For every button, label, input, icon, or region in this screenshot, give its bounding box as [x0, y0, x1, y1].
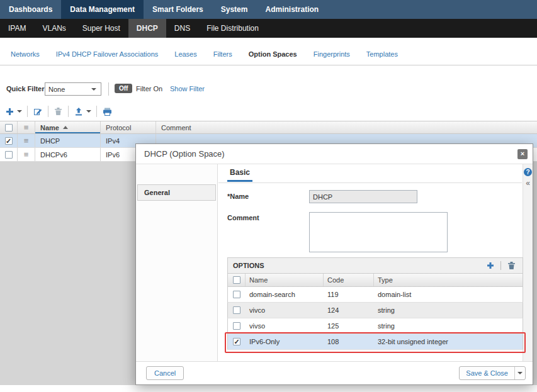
- option-name: domain-search: [246, 287, 324, 302]
- option-type: domain-list: [374, 287, 523, 302]
- nav-item-data-management[interactable]: Data Management: [61, 0, 144, 19]
- row-checkbox[interactable]: [5, 137, 13, 145]
- option-row[interactable]: IPv6-Only 108 32-bit unsigned integer: [227, 334, 523, 350]
- add-option-button[interactable]: [487, 262, 494, 269]
- dialog-content: Basic *Name Comment OPTIONS: [218, 164, 522, 361]
- options-header-code[interactable]: Code: [324, 274, 374, 286]
- add-button[interactable]: [6, 108, 14, 116]
- option-row[interactable]: vivco 124 string: [227, 303, 523, 318]
- options-panel: OPTIONS Name Code Type: [227, 257, 523, 350]
- name-field-label: *Name: [227, 193, 249, 200]
- select-all-checkbox[interactable]: [233, 276, 240, 284]
- nav-item-system[interactable]: System: [212, 0, 257, 19]
- option-row[interactable]: domain-search 119 domain-list: [227, 287, 523, 303]
- nav-item-dashboards[interactable]: Dashboards: [0, 0, 61, 19]
- option-row[interactable]: vivso 125 string: [227, 318, 523, 334]
- export-button[interactable]: [74, 107, 83, 116]
- option-code: 125: [324, 318, 374, 333]
- option-space-dialog: DHCP (Option Space) × General ? « Basic …: [135, 143, 533, 385]
- row-menu[interactable]: ≡: [18, 134, 35, 147]
- comment-field[interactable]: [309, 212, 448, 252]
- options-select-all[interactable]: [228, 274, 246, 286]
- header-select-all[interactable]: [0, 121, 18, 133]
- nav-item-file-distribution[interactable]: File Distribution: [198, 19, 267, 38]
- option-checkbox[interactable]: [233, 338, 240, 345]
- dialog-title: DHCP (Option Space): [136, 144, 533, 164]
- chevron-down-icon: [517, 372, 523, 374]
- dialog-body: General ? « Basic *Name Comment OPTIONS: [136, 164, 533, 361]
- quick-filter-value: None: [48, 86, 65, 93]
- option-type: 32-bit unsigned integer: [374, 334, 523, 349]
- filter-on-label: Filter On: [136, 85, 162, 92]
- header-name[interactable]: Name: [35, 121, 101, 133]
- nav-item-administration[interactable]: Administration: [256, 0, 327, 19]
- collapse-icon[interactable]: «: [523, 179, 533, 188]
- tab-option-spaces[interactable]: Option Spaces: [240, 47, 305, 65]
- options-header-type[interactable]: Type: [374, 274, 523, 286]
- plus-icon: [487, 262, 494, 269]
- option-code: 108: [324, 334, 374, 349]
- option-checkbox-cell[interactable]: [228, 334, 246, 349]
- hamburger-icon: ≡: [24, 137, 29, 145]
- tab-templates[interactable]: Templates: [358, 47, 406, 65]
- options-header-name[interactable]: Name: [246, 274, 324, 286]
- tab-filters[interactable]: Filters: [205, 47, 240, 65]
- help-strip: ? «: [523, 164, 533, 361]
- option-type: string: [374, 303, 523, 318]
- option-checkbox-cell[interactable]: [228, 303, 246, 318]
- sidebar-item-general[interactable]: General: [137, 184, 216, 201]
- separator: [48, 106, 48, 117]
- nav-item-super-host[interactable]: Super Host: [74, 19, 128, 38]
- options-panel-title: OPTIONS: [233, 262, 485, 269]
- nav-item-ipam[interactable]: IPAM: [0, 19, 34, 38]
- option-code: 119: [324, 287, 374, 302]
- tab-networks[interactable]: Networks: [3, 47, 48, 65]
- option-checkbox[interactable]: [233, 291, 240, 298]
- tab-bar: Networks IPv4 DHCP Failover Associations…: [0, 38, 537, 65]
- option-checkbox[interactable]: [233, 322, 240, 330]
- nav-item-smart-folders[interactable]: Smart Folders: [144, 0, 212, 19]
- save-menu-caret[interactable]: [514, 367, 525, 379]
- filter-toggle-button[interactable]: Off: [115, 84, 132, 93]
- hamburger-icon: ≡: [24, 123, 29, 132]
- edit-button[interactable]: [33, 107, 42, 116]
- nav-item-vlans[interactable]: VLANs: [34, 19, 74, 38]
- option-checkbox[interactable]: [233, 306, 240, 314]
- nav-item-dns[interactable]: DNS: [166, 19, 198, 38]
- help-icon[interactable]: ?: [524, 168, 532, 176]
- header-comment[interactable]: Comment: [156, 121, 537, 133]
- row-checkbox-cell[interactable]: [0, 134, 18, 147]
- option-checkbox-cell[interactable]: [228, 318, 246, 333]
- row-checkbox[interactable]: [5, 151, 13, 159]
- quick-filter-select[interactable]: None: [45, 82, 101, 96]
- tab-basic[interactable]: Basic: [227, 168, 252, 182]
- export-menu-caret-icon[interactable]: [86, 110, 91, 113]
- header-protocol[interactable]: Protocol: [101, 121, 156, 133]
- option-checkbox-cell[interactable]: [228, 287, 246, 302]
- select-all-checkbox[interactable]: [5, 124, 13, 132]
- name-field[interactable]: [309, 190, 417, 203]
- delete-button[interactable]: [54, 107, 62, 116]
- primary-nav: Dashboards Data Management Smart Folders…: [0, 0, 537, 19]
- close-icon[interactable]: ×: [517, 149, 528, 159]
- tab-ipv4-dhcp-failover-associations[interactable]: IPv4 DHCP Failover Associations: [48, 47, 166, 65]
- row-menu[interactable]: ≡: [18, 148, 35, 161]
- show-filter-link[interactable]: Show Filter: [170, 85, 205, 92]
- tab-fingerprints[interactable]: Fingerprints: [305, 47, 358, 65]
- upload-icon: [74, 107, 83, 116]
- dialog-sidebar: General: [136, 164, 218, 361]
- options-panel-header: OPTIONS: [227, 257, 523, 274]
- nav-item-dhcp[interactable]: DHCP: [128, 19, 166, 38]
- separator: [500, 261, 501, 270]
- header-row-menu: ≡: [18, 121, 35, 133]
- add-menu-caret-icon[interactable]: [17, 110, 22, 113]
- quick-filter-bar: Quick Filter None Off Filter On Show Fil…: [0, 65, 537, 102]
- tab-leases[interactable]: Leases: [166, 47, 205, 65]
- cancel-button[interactable]: Cancel: [146, 366, 184, 380]
- delete-option-button[interactable]: [507, 261, 516, 270]
- separator: [108, 82, 109, 96]
- row-checkbox-cell[interactable]: [0, 148, 18, 161]
- save-and-close-button[interactable]: Save & Close: [459, 366, 526, 380]
- print-button[interactable]: [103, 108, 112, 116]
- comment-field-label: Comment: [227, 214, 259, 221]
